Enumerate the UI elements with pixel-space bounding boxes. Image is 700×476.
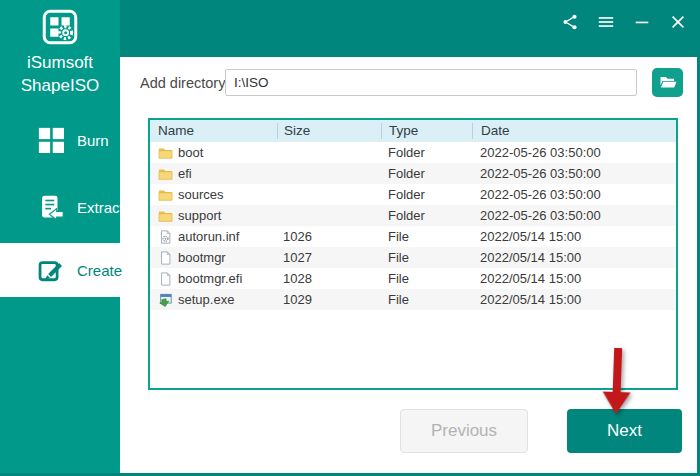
file-name: bootmgr.efi — [178, 271, 242, 286]
next-button[interactable]: Next — [567, 409, 682, 453]
table-row[interactable]: autorun.inf 1026 File 2022/05/14 15:00 — [150, 226, 676, 247]
file-type: Folder — [381, 166, 472, 181]
file-type: File — [381, 292, 472, 307]
exe-file-icon — [158, 293, 173, 307]
file-date: 2022-05-26 03:50:00 — [472, 166, 676, 181]
column-header-date: Date — [472, 123, 676, 139]
menu-icon[interactable] — [595, 12, 617, 32]
add-directory-row: Add directory — [120, 69, 697, 97]
table-row[interactable]: efi Folder 2022-05-26 03:50:00 — [150, 163, 676, 184]
folder-icon — [158, 188, 173, 202]
file-date: 2022-05-26 03:50:00 — [472, 208, 676, 223]
file-size: 1029 — [277, 292, 381, 307]
table-row[interactable]: support Folder 2022-05-26 03:50:00 — [150, 205, 676, 226]
folder-icon — [158, 146, 173, 160]
burn-icon — [38, 127, 64, 153]
sidebar-item-create[interactable]: Create — [0, 243, 120, 297]
add-directory-label: Add directory — [140, 75, 225, 91]
window-controls — [559, 12, 689, 32]
file-size: 1027 — [277, 250, 381, 265]
column-header-name: Name — [150, 123, 277, 139]
sidebar-item-burn[interactable]: Burn — [0, 113, 120, 167]
browse-folder-button[interactable] — [652, 68, 683, 97]
sidebar-item-extract[interactable]: Extract — [0, 180, 120, 234]
file-name: sources — [178, 187, 224, 202]
previous-button[interactable]: Previous — [400, 409, 528, 453]
file-name: efi — [178, 166, 192, 181]
file-type: File — [381, 271, 472, 286]
file-type: Folder — [381, 208, 472, 223]
directory-input[interactable] — [225, 69, 637, 96]
app-logo-icon — [42, 9, 78, 45]
column-header-size: Size — [277, 123, 381, 139]
table-row[interactable]: setup.exe 1029 File 2022/05/14 15:00 — [150, 289, 676, 310]
sidebar-item-label: Burn — [77, 132, 109, 149]
extract-icon — [38, 194, 64, 220]
main-panel: Add directory Name Size Type Date boot F… — [120, 57, 697, 473]
inf-file-icon — [158, 230, 173, 244]
file-name: autorun.inf — [178, 229, 239, 244]
file-table-body: boot Folder 2022-05-26 03:50:00 efi Fold… — [150, 142, 676, 310]
table-row[interactable]: bootmgr 1027 File 2022/05/14 15:00 — [150, 247, 676, 268]
file-size: 1028 — [277, 271, 381, 286]
file-date: 2022/05/14 15:00 — [472, 271, 676, 286]
file-date: 2022-05-26 03:50:00 — [472, 187, 676, 202]
file-name: bootmgr — [178, 250, 226, 265]
file-name: support — [178, 208, 221, 223]
file-type: File — [381, 250, 472, 265]
file-type: Folder — [381, 187, 472, 202]
file-date: 2022/05/14 15:00 — [472, 229, 676, 244]
table-row[interactable]: sources Folder 2022-05-26 03:50:00 — [150, 184, 676, 205]
sidebar-item-label: Extract — [77, 199, 124, 216]
file-name: setup.exe — [178, 292, 234, 307]
close-icon[interactable] — [667, 12, 689, 32]
sidebar-item-label: Create — [77, 262, 122, 279]
share-icon[interactable] — [559, 12, 581, 32]
folder-icon — [158, 209, 173, 223]
create-icon — [38, 257, 64, 283]
file-type: Folder — [381, 145, 472, 160]
column-header-type: Type — [381, 123, 472, 139]
app-window: iSumsoft ShapeISO Burn Extract — [0, 0, 700, 476]
file-date: 2022/05/14 15:00 — [472, 250, 676, 265]
file-icon — [158, 272, 173, 286]
app-logo: iSumsoft ShapeISO — [0, 0, 120, 97]
app-title: iSumsoft ShapeISO — [0, 51, 120, 97]
file-date: 2022/05/14 15:00 — [472, 292, 676, 307]
titlebar — [120, 0, 697, 57]
sidebar: iSumsoft ShapeISO Burn Extract — [0, 0, 120, 473]
file-type: File — [381, 229, 472, 244]
file-table: Name Size Type Date boot Folder 2022-05-… — [148, 118, 678, 390]
file-size: 1026 — [277, 229, 381, 244]
folder-open-icon — [659, 75, 677, 90]
table-row[interactable]: bootmgr.efi 1028 File 2022/05/14 15:00 — [150, 268, 676, 289]
file-table-header: Name Size Type Date — [150, 120, 676, 142]
table-row[interactable]: boot Folder 2022-05-26 03:50:00 — [150, 142, 676, 163]
file-icon — [158, 251, 173, 265]
file-date: 2022-05-26 03:50:00 — [472, 145, 676, 160]
minimize-icon[interactable] — [631, 12, 653, 32]
folder-icon — [158, 167, 173, 181]
file-name: boot — [178, 145, 203, 160]
